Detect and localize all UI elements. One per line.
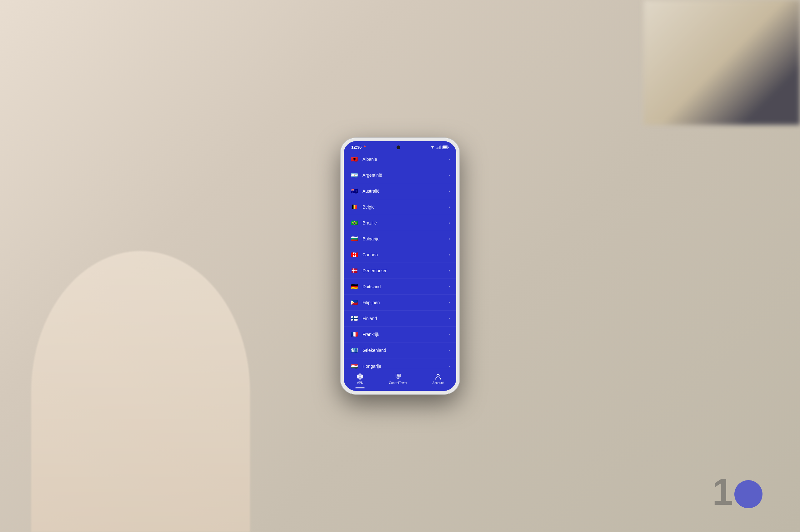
country-item-belgium[interactable]: 🇧🇪 België › bbox=[344, 199, 456, 215]
svg-point-15 bbox=[437, 374, 439, 377]
chevron-argentina: › bbox=[449, 173, 450, 177]
svg-rect-2 bbox=[439, 146, 440, 149]
country-name-denmark: Denemarken bbox=[363, 268, 449, 273]
vpn-icon bbox=[356, 373, 364, 380]
flag-france: 🇫🇷 bbox=[350, 330, 359, 339]
pin-icon: 📍 bbox=[363, 146, 367, 149]
country-name-brazil: Brazilië bbox=[363, 221, 449, 225]
country-name-canada: Canada bbox=[363, 252, 449, 257]
wifi-icon bbox=[430, 146, 435, 149]
flag-bulgaria: 🇧🇬 bbox=[350, 234, 359, 243]
svg-rect-3 bbox=[440, 146, 441, 149]
watermark-number: 1 bbox=[712, 470, 732, 513]
flag-hungary: 🇭🇺 bbox=[350, 362, 359, 369]
battery-icon bbox=[442, 146, 449, 149]
background-hand bbox=[31, 251, 250, 532]
status-icons bbox=[430, 146, 449, 149]
nav-vpn-label: VPN bbox=[357, 381, 363, 385]
svg-rect-10 bbox=[398, 375, 399, 376]
flag-finland: 🇫🇮 bbox=[350, 314, 359, 323]
chevron-bulgaria: › bbox=[449, 237, 450, 241]
controltower-icon bbox=[394, 373, 402, 380]
phone: 12:36 📍 bbox=[341, 138, 459, 394]
country-name-argentina: Argentinië bbox=[363, 173, 449, 178]
phone-wrapper: 12:36 📍 bbox=[341, 138, 459, 394]
country-name-france: Frankrijk bbox=[363, 332, 449, 337]
country-item-philippines[interactable]: 🇵🇭 Filipijnen › bbox=[344, 295, 456, 311]
bottom-nav: VPN ControlTower bbox=[344, 369, 456, 391]
flag-greece: 🇬🇷 bbox=[350, 346, 359, 355]
nav-vpn[interactable]: VPN bbox=[350, 372, 370, 386]
country-item-germany[interactable]: 🇩🇪 Duitsland › bbox=[344, 279, 456, 295]
chevron-germany: › bbox=[449, 284, 450, 289]
chevron-canada: › bbox=[449, 252, 450, 257]
country-name-hungary: Hongarije bbox=[363, 364, 449, 369]
flag-philippines: 🇵🇭 bbox=[350, 298, 359, 307]
country-name-greece: Griekenland bbox=[363, 348, 449, 353]
country-item-argentina[interactable]: 🇦🇷 Argentinië › bbox=[344, 167, 456, 183]
country-item-france[interactable]: 🇫🇷 Frankrijk › bbox=[344, 327, 456, 342]
flag-denmark: 🇩🇰 bbox=[350, 266, 359, 275]
flag-australia: 🇦🇺 bbox=[350, 187, 359, 195]
nav-controltower[interactable]: ControlTower bbox=[382, 372, 414, 386]
chevron-belgium: › bbox=[449, 205, 450, 209]
chevron-brazil: › bbox=[449, 221, 450, 225]
screen: 12:36 📍 bbox=[344, 141, 456, 391]
country-name-germany: Duitsland bbox=[363, 284, 449, 289]
country-item-canada[interactable]: 🇨🇦 Canada › bbox=[344, 247, 456, 263]
country-name-finland: Finland bbox=[363, 316, 449, 321]
nav-account-label: Account bbox=[433, 381, 444, 385]
svg-rect-1 bbox=[438, 147, 439, 149]
chevron-hungary: › bbox=[449, 364, 450, 368]
background-books bbox=[644, 0, 800, 125]
chevron-denmark: › bbox=[449, 268, 450, 273]
country-list: 🇦🇱 Albanië › 🇦🇷 Argentinië › 🇦🇺 Australi… bbox=[344, 151, 456, 369]
signal-icon bbox=[437, 146, 441, 149]
country-item-hungary[interactable]: 🇭🇺 Hongarije › bbox=[344, 358, 456, 369]
svg-rect-8 bbox=[396, 374, 400, 377]
flag-germany: 🇩🇪 bbox=[350, 282, 359, 291]
country-item-finland[interactable]: 🇫🇮 Finland › bbox=[344, 311, 456, 327]
chevron-albania: › bbox=[449, 157, 450, 162]
nav-controltower-label: ControlTower bbox=[389, 381, 407, 385]
camera-notch bbox=[397, 146, 400, 149]
country-item-bulgaria[interactable]: 🇧🇬 Bulgarije › bbox=[344, 231, 456, 247]
country-item-albania[interactable]: 🇦🇱 Albanië › bbox=[344, 151, 456, 167]
nav-account[interactable]: Account bbox=[426, 372, 450, 386]
chevron-france: › bbox=[449, 332, 450, 337]
country-item-greece[interactable]: 🇬🇷 Griekenland › bbox=[344, 342, 456, 358]
country-name-bulgaria: Bulgarije bbox=[363, 236, 449, 241]
flag-belgium: 🇧🇪 bbox=[350, 203, 359, 211]
svg-rect-12 bbox=[398, 376, 399, 377]
flag-brazil: 🇧🇷 bbox=[350, 218, 359, 227]
svg-rect-6 bbox=[443, 146, 447, 148]
chevron-philippines: › bbox=[449, 300, 450, 305]
country-name-albania: Albanië bbox=[363, 157, 449, 162]
svg-rect-5 bbox=[448, 147, 449, 148]
flag-argentina: 🇦🇷 bbox=[350, 171, 359, 179]
country-item-brazil[interactable]: 🇧🇷 Brazilië › bbox=[344, 215, 456, 231]
account-icon bbox=[434, 373, 442, 380]
chevron-australia: › bbox=[449, 189, 450, 193]
time-display: 12:36 bbox=[351, 145, 362, 150]
country-item-denmark[interactable]: 🇩🇰 Denemarken › bbox=[344, 263, 456, 279]
watermark-circle bbox=[734, 480, 763, 508]
svg-rect-9 bbox=[397, 375, 398, 376]
chevron-finland: › bbox=[449, 316, 450, 321]
svg-rect-0 bbox=[437, 148, 437, 149]
watermark: 1 bbox=[712, 470, 763, 513]
country-name-belgium: België bbox=[363, 205, 449, 209]
status-time: 12:36 📍 bbox=[351, 145, 367, 150]
flag-albania: 🇦🇱 bbox=[350, 155, 359, 164]
flag-canada: 🇨🇦 bbox=[350, 250, 359, 259]
country-name-philippines: Filipijnen bbox=[363, 300, 449, 305]
svg-rect-11 bbox=[397, 376, 398, 377]
country-item-australia[interactable]: 🇦🇺 Australië › bbox=[344, 183, 456, 199]
country-name-australia: Australië bbox=[363, 189, 449, 194]
chevron-greece: › bbox=[449, 348, 450, 353]
status-bar: 12:36 📍 bbox=[344, 141, 456, 151]
